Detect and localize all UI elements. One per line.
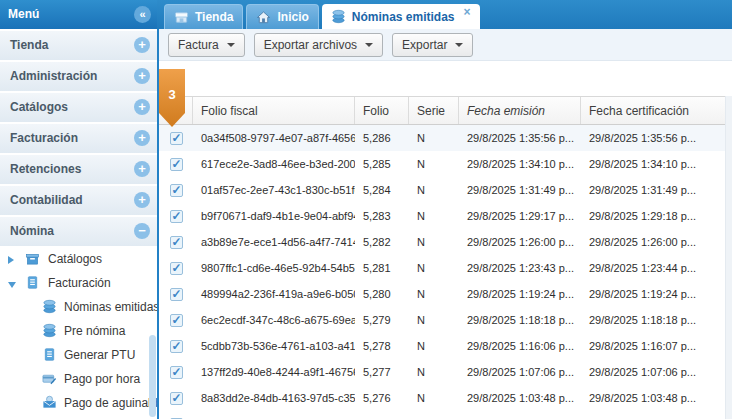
sidebar-item-catalogos[interactable]: Catálogos+ xyxy=(0,93,157,122)
sidebar-item-administracion[interactable]: Administración+ xyxy=(0,62,157,91)
row-checkbox[interactable] xyxy=(170,340,183,353)
expander-right-icon[interactable] xyxy=(8,256,14,264)
cell-fecha-emision: 29/8/2025 1:29:17 p... xyxy=(459,210,581,222)
tab-nominas-emitidas[interactable]: Nóminas emitidas× xyxy=(322,4,480,29)
tree-item-catalogos[interactable]: Catálogos xyxy=(0,248,157,272)
exportar-button[interactable]: Exportar xyxy=(392,33,473,57)
table-row[interactable]: 5cdbb73b-536e-4761-a103-a412...5,278N29/… xyxy=(159,333,732,359)
table-row[interactable]: 617ece2e-3ad8-46ee-b3ed-2009...5,285N29/… xyxy=(159,151,732,177)
table-row[interactable]: b9f70671-daf9-4b1e-9e04-abf94...5,283N29… xyxy=(159,203,732,229)
cell-fecha-certificacion: 29/8/2025 1:26:00 p... xyxy=(581,236,732,248)
cell-fecha-emision: 29/8/2025 1:19:24 p... xyxy=(459,288,581,300)
table-row[interactable]: 8a83dd2e-84db-4163-97d5-c35c...5,276N29/… xyxy=(159,385,732,411)
row-checkbox-cell xyxy=(159,158,193,171)
cell-serie: N xyxy=(409,340,459,352)
cell-folio-fiscal: 9807ffc1-cd6e-46e5-92b4-54b51... xyxy=(193,262,355,274)
sidebar-item-facturacion[interactable]: Facturación+ xyxy=(0,124,157,153)
column-header-folio-fiscal[interactable]: Folio fiscal xyxy=(193,97,355,124)
cell-fecha-emision: 29/8/2025 1:26:00 p... xyxy=(459,236,581,248)
column-header-fecha-certificacion[interactable]: Fecha certificación xyxy=(581,97,732,124)
row-checkbox[interactable] xyxy=(170,236,183,249)
sidebar-item-retenciones[interactable]: Retenciones+ xyxy=(0,155,157,184)
column-header-fecha-emision[interactable]: Fecha emisión xyxy=(459,97,581,124)
table-row[interactable]: a3b89e7e-ece1-4d56-a4f7-7414...5,282N29/… xyxy=(159,229,732,255)
column-header-folio[interactable]: Folio xyxy=(355,97,409,124)
expand-plus-icon[interactable]: + xyxy=(134,130,150,146)
tree-item-generar-ptu[interactable]: Generar PTU xyxy=(0,344,157,368)
tree-item-pago-de-aguinaldo[interactable]: Pago de aguinaldo xyxy=(0,392,157,416)
expand-plus-icon[interactable]: + xyxy=(134,99,150,115)
row-checkbox[interactable] xyxy=(170,158,183,171)
row-checkbox[interactable] xyxy=(170,262,183,275)
app-window: Menú « Tienda+Administración+Catálogos+F… xyxy=(0,0,732,419)
cell-serie: N xyxy=(409,158,459,170)
row-checkbox[interactable] xyxy=(170,392,183,405)
dropdown-caret-icon xyxy=(455,43,463,47)
expand-plus-icon[interactable]: + xyxy=(134,161,150,177)
cell-fecha-certificacion: 29/8/2025 1:19:24 p... xyxy=(581,288,732,300)
cell-fecha-emision: 29/8/2025 1:18:18 p... xyxy=(459,314,581,326)
expand-plus-icon[interactable]: + xyxy=(134,37,150,53)
grid-scrollbar[interactable] xyxy=(725,96,732,419)
cell-folio: 5,279 xyxy=(355,314,409,326)
cell-fecha-emision: 29/8/2025 1:35:56 p... xyxy=(459,132,581,144)
cell-folio-fiscal: 6ec2ecdf-347c-48c6-a675-69eab... xyxy=(193,314,355,326)
tree-item-facturacion[interactable]: Facturación xyxy=(0,272,157,296)
table-row[interactable]: 6ec2ecdf-347c-48c6-a675-69eab...5,279N29… xyxy=(159,307,732,333)
exportar-archivos-button[interactable]: Exportar archivos xyxy=(254,33,383,57)
row-checkbox-cell xyxy=(159,132,193,145)
cell-folio-fiscal: b9f70671-daf9-4b1e-9e04-abf94... xyxy=(193,210,355,222)
table-row[interactable]: ...5,275N29/8/2025 1:02:5...29/8/2025 1:… xyxy=(159,411,732,419)
sidebar-header: Menú « xyxy=(0,0,157,29)
factura-button[interactable]: Factura xyxy=(168,33,245,57)
cell-fecha-emision: 29/8/2025 1:23:43 p... xyxy=(459,262,581,274)
expander-down-icon[interactable] xyxy=(8,282,16,288)
cell-folio: 5,284 xyxy=(355,184,409,196)
cell-folio-fiscal: 8a83dd2e-84db-4163-97d5-c35c... xyxy=(193,392,355,404)
tab-inicio[interactable]: Inicio xyxy=(246,4,318,29)
table-row[interactable]: 137ff2d9-40e8-4244-a9f1-46756...5,277N29… xyxy=(159,359,732,385)
collapse-minus-icon[interactable]: − xyxy=(134,223,150,239)
row-checkbox-cell xyxy=(159,366,193,379)
sidebar-item-contabilidad[interactable]: Contabilidad+ xyxy=(0,186,157,215)
row-checkbox[interactable] xyxy=(170,132,183,145)
tab-tienda[interactable]: Tienda xyxy=(164,4,243,29)
tree-item-label: Generar PTU xyxy=(64,348,135,362)
dropdown-caret-icon xyxy=(227,43,235,47)
button-label: Exportar xyxy=(402,38,447,52)
tree-item-pre-nomina[interactable]: Pre nómina xyxy=(0,320,157,344)
table-row[interactable]: 9807ffc1-cd6e-46e5-92b4-54b51...5,281N29… xyxy=(159,255,732,281)
row-checkbox[interactable] xyxy=(170,314,183,327)
column-header-serie[interactable]: Serie xyxy=(409,97,459,124)
expand-plus-icon[interactable]: + xyxy=(134,192,150,208)
table-row[interactable]: 0a34f508-9797-4e07-a87f-4656f...5,286N29… xyxy=(159,125,732,151)
payment-card-icon xyxy=(42,371,58,387)
cell-serie: N xyxy=(409,288,459,300)
cell-folio: 5,278 xyxy=(355,340,409,352)
sidebar-scrollbar[interactable] xyxy=(149,335,156,417)
table-row[interactable]: 01af57ec-2ee7-43c1-830c-b51f6...5,284N29… xyxy=(159,177,732,203)
tree-item-nominas-emitidas[interactable]: Nóminas emitidas xyxy=(0,296,157,320)
payroll-grid: Folio fiscalFolioSerieFecha emisiónFecha… xyxy=(159,96,732,419)
sidebar-item-label: Retenciones xyxy=(10,162,81,176)
database-icon xyxy=(42,299,58,315)
row-checkbox[interactable] xyxy=(170,288,183,301)
cell-serie: N xyxy=(409,392,459,404)
selection-count: 3 xyxy=(168,87,175,102)
expand-plus-icon[interactable]: + xyxy=(134,68,150,84)
panel-left-border xyxy=(157,29,159,419)
row-checkbox[interactable] xyxy=(170,210,183,223)
cell-folio: 5,277 xyxy=(355,366,409,378)
chevrons-left-icon[interactable]: « xyxy=(134,6,151,23)
sidebar-tree: CatálogosFacturaciónNóminas emitidasPre … xyxy=(0,246,157,419)
row-checkbox[interactable] xyxy=(170,184,183,197)
row-checkbox[interactable] xyxy=(170,366,183,379)
tree-item-label: Catálogos xyxy=(48,252,102,266)
tab-close-icon[interactable]: × xyxy=(464,7,471,17)
row-checkbox-cell xyxy=(159,210,193,223)
tree-item-pago-por-hora[interactable]: Pago por hora xyxy=(0,368,157,392)
cell-serie: N xyxy=(409,210,459,222)
sidebar-item-tienda[interactable]: Tienda+ xyxy=(0,31,157,60)
table-row[interactable]: 489994a2-236f-419a-a9e6-b050...5,280N29/… xyxy=(159,281,732,307)
sidebar-item-nomina[interactable]: Nómina− xyxy=(0,217,157,246)
